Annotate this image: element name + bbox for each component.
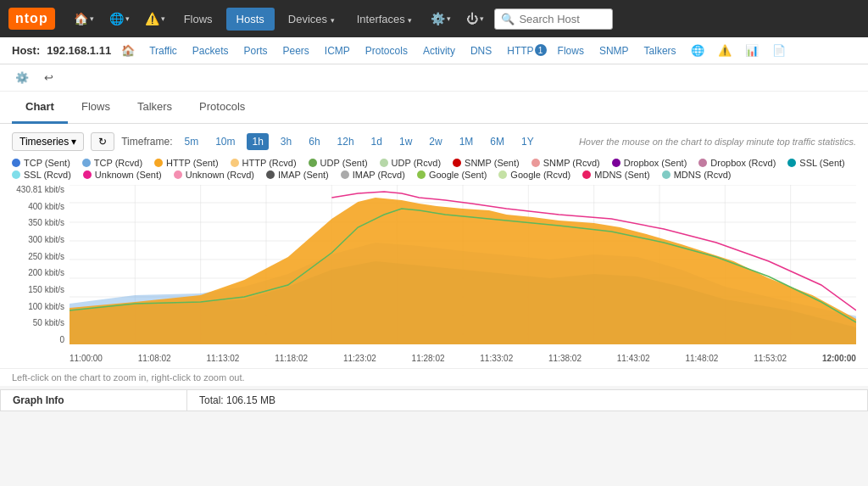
timeseries-dropdown[interactable]: Timeseries ▾	[12, 132, 84, 151]
legend-google-sent[interactable]: Google (Sent)	[417, 170, 487, 180]
legend-udp-sent[interactable]: UDP (Sent)	[309, 158, 368, 168]
graph-info-total: Total: 106.15 MB	[187, 390, 287, 411]
nav-flows-host[interactable]: Flows	[554, 43, 588, 59]
nav-icmp[interactable]: ICMP	[320, 43, 354, 59]
nav-snmp[interactable]: SNMP	[595, 43, 633, 59]
tf-1w[interactable]: 1w	[394, 133, 417, 150]
tab-talkers[interactable]: Talkers	[124, 92, 186, 124]
timeseries-label: Timeseries	[19, 136, 69, 148]
legend-tcp-rcvd[interactable]: TCP (Rcvd)	[82, 158, 142, 168]
tf-12h[interactable]: 12h	[332, 133, 359, 150]
legend-mdns-rcvd[interactable]: MDNS (Rcvd)	[662, 170, 732, 180]
nav-http[interactable]: HTTP	[503, 43, 537, 59]
nav-protocols[interactable]: Protocols	[361, 43, 412, 59]
home-icon-btn[interactable]: 🏠 ▾	[69, 8, 99, 29]
legend-snmp-rcvd[interactable]: SNMP (Rcvd)	[531, 158, 600, 168]
tf-1m[interactable]: 1M	[454, 133, 479, 150]
back-icon[interactable]: ↩	[41, 70, 57, 86]
legend-mdns-sent[interactable]: MDNS (Sent)	[582, 170, 649, 180]
legend-dropbox-rcvd[interactable]: Dropbox (Rcvd)	[698, 158, 776, 168]
legend-unknown-sent[interactable]: Unknown (Sent)	[83, 170, 162, 180]
alert-icon-btn[interactable]: ⚠️ ▾	[140, 8, 170, 29]
tab-protocols[interactable]: Protocols	[186, 92, 259, 124]
chart-controls: Timeseries ▾ ↻ Timeframe: 5m 10m 1h 3h 6…	[12, 132, 856, 151]
legend-unknown-rcvd[interactable]: Unknown (Rcvd)	[174, 170, 254, 180]
tabs-bar: Chart Flows Talkers Protocols	[0, 92, 868, 124]
legend: TCP (Sent) TCP (Rcvd) HTTP (Sent) HTTP (…	[12, 158, 856, 180]
chart-hint: Hover the mouse on the chart to display …	[579, 137, 856, 147]
nav-dns[interactable]: DNS	[466, 43, 496, 59]
chart-section: Timeseries ▾ ↻ Timeframe: 5m 10m 1h 3h 6…	[0, 124, 868, 368]
tf-1h[interactable]: 1h	[247, 133, 268, 150]
tab-chart[interactable]: Chart	[12, 92, 68, 124]
home-host-icon[interactable]: 🏠	[118, 42, 138, 59]
globe-icon-btn[interactable]: 🌐 ▾	[104, 8, 135, 29]
legend-tcp-sent[interactable]: TCP (Sent)	[12, 158, 70, 168]
search-icon: 🔍	[501, 13, 515, 25]
tf-6h[interactable]: 6h	[303, 133, 325, 150]
settings-icon-btn[interactable]: ⚙️ ▾	[426, 8, 456, 29]
nav-devices[interactable]: Devices ▾	[280, 9, 343, 29]
legend-ssl-sent[interactable]: SSL (Sent)	[787, 158, 844, 168]
area-chart-svg	[70, 185, 856, 344]
legend-dropbox-sent[interactable]: Dropbox (Sent)	[612, 158, 687, 168]
tf-1y[interactable]: 1Y	[516, 133, 539, 150]
host-bar: Host: 192.168.1.11 🏠 Traffic Packets Por…	[0, 37, 868, 64]
tf-2w[interactable]: 2w	[424, 133, 447, 150]
power-icon-btn[interactable]: ⏻ ▾	[461, 8, 489, 29]
legend-ssl-rcvd[interactable]: SSL (Rcvd)	[12, 170, 71, 180]
x-axis-labels: 11:00:00 11:08:02 11:13:02 11:18:02 11:2…	[70, 344, 856, 363]
nav-peers[interactable]: Peers	[279, 43, 314, 59]
chart-svg-area[interactable]	[70, 185, 856, 344]
ntop-logo: ntop	[8, 8, 55, 30]
nav-talkers[interactable]: Talkers	[640, 43, 681, 59]
alert-icon[interactable]: ⚠️	[715, 42, 735, 59]
legend-http-rcvd[interactable]: HTTP (Rcvd)	[231, 158, 297, 168]
refresh-btn[interactable]: ↻	[91, 132, 114, 151]
legend-google-rcvd[interactable]: Google (Rcvd)	[498, 170, 570, 180]
nav-hosts[interactable]: Hosts	[226, 8, 275, 31]
graph-info-bar: Graph Info Total: 106.15 MB	[0, 389, 868, 411]
refresh-icon: ↻	[98, 136, 107, 148]
nav-ports[interactable]: Ports	[239, 43, 271, 59]
bottom-hint: Left-click on the chart to zoom in, righ…	[0, 368, 868, 386]
settings-row: ⚙️ ↩	[0, 64, 868, 92]
nav-traffic[interactable]: Traffic	[145, 43, 181, 59]
http-badge: 1	[535, 44, 547, 56]
chart-wrap[interactable]: 430.81 kbit/s 400 kbit/s 350 kbit/s 300 …	[12, 185, 856, 363]
nav-flows[interactable]: Flows	[175, 9, 221, 29]
tf-10m[interactable]: 10m	[210, 133, 240, 150]
legend-snmp-sent[interactable]: SNMP (Sent)	[453, 158, 520, 168]
tf-1d[interactable]: 1d	[366, 133, 387, 150]
timeframe-label: Timeframe:	[121, 136, 172, 148]
tf-5m[interactable]: 5m	[179, 133, 203, 150]
gear-icon[interactable]: ⚙️	[12, 70, 32, 86]
tf-6m[interactable]: 6M	[485, 133, 509, 150]
file-icon[interactable]: 📄	[769, 42, 789, 59]
legend-udp-rcvd[interactable]: UDP (Rcvd)	[380, 158, 441, 168]
search-wrapper: 🔍	[494, 8, 613, 30]
graph-info-label: Graph Info	[1, 390, 187, 411]
legend-imap-sent[interactable]: IMAP (Sent)	[266, 170, 329, 180]
chart-icon[interactable]: 📊	[742, 42, 762, 59]
nav-activity[interactable]: Activity	[419, 43, 459, 59]
nav-interfaces[interactable]: Interfaces ▾	[348, 9, 421, 29]
host-ip: 192.168.1.11	[47, 44, 111, 57]
host-label: Host:	[12, 44, 40, 57]
tf-3h[interactable]: 3h	[275, 133, 297, 150]
caret-icon: ▾	[71, 136, 76, 148]
nav-packets[interactable]: Packets	[188, 43, 233, 59]
http-nav-wrapper: HTTP1	[503, 44, 546, 57]
legend-http-sent[interactable]: HTTP (Sent)	[154, 158, 219, 168]
legend-imap-rcvd[interactable]: IMAP (Rcvd)	[341, 170, 405, 180]
navbar: ntop 🏠 ▾ 🌐 ▾ ⚠️ ▾ Flows Hosts Devices ▾ …	[0, 0, 868, 37]
tab-flows[interactable]: Flows	[68, 92, 124, 124]
y-axis: 430.81 kbit/s 400 kbit/s 350 kbit/s 300 …	[12, 185, 70, 344]
globe-icon[interactable]: 🌐	[687, 42, 708, 59]
